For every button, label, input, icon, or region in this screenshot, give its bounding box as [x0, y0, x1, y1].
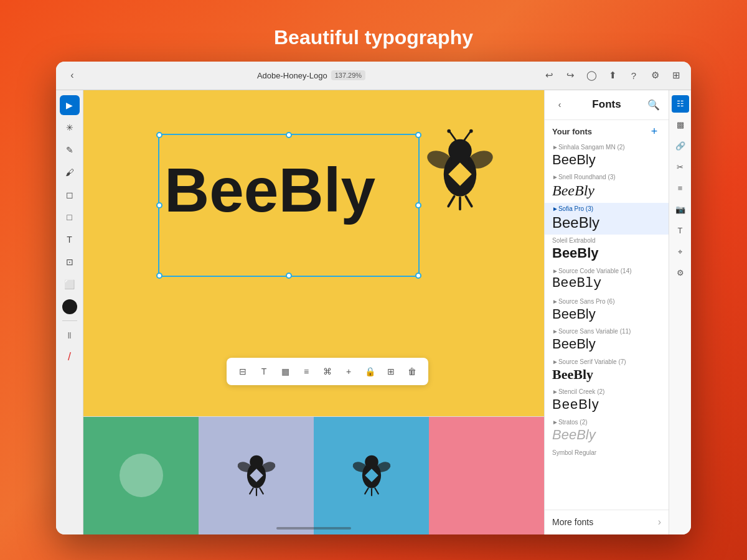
thumb-bee-2	[350, 447, 393, 503]
font-name-source-serif: ►Source Serif Variable (7)	[552, 358, 661, 365]
font-item-stratos[interactable]: ►Stratos (2) BeeBly	[545, 416, 669, 447]
grid-button[interactable]: ⊞	[669, 68, 684, 83]
main-content: ▶ ✳ ✎ 🖌 ◻ □ T ⊡ ⬜ || /	[56, 90, 691, 534]
font-item-stencil[interactable]: ►Stencil Creek (2) BeeBly	[545, 386, 669, 416]
svg-point-9	[447, 129, 451, 133]
title-bar: ‹ Adobe-Honey-Logo 137.29% ↩ ↪ ◯ ⬆ ? ⚙ ⊞	[56, 62, 691, 90]
image-tool[interactable]: ⬜	[60, 274, 80, 294]
brush-tool[interactable]: 🖌	[60, 162, 80, 182]
font-name-sinhala: ►Sinhala Sangam MN (2)	[552, 144, 661, 151]
redo-button[interactable]: ↪	[563, 68, 578, 83]
share-button[interactable]: ⬆	[605, 68, 620, 83]
context-btn-delete[interactable]: 🗑	[403, 363, 421, 380]
thumb-pink[interactable]	[429, 417, 544, 534]
puppet-button[interactable]: ⌖	[672, 243, 689, 261]
font-preview-stratos: BeeBly	[552, 426, 661, 444]
font-preview-source-sans-var: BeeBly	[552, 335, 661, 353]
thumb-purple[interactable]	[199, 417, 314, 534]
settings-micro-button[interactable]: ⚙	[672, 264, 689, 282]
stroke-tool[interactable]: ||	[60, 325, 80, 345]
context-btn-grid[interactable]: ▦	[276, 363, 294, 380]
font-item-sinhala[interactable]: ►Sinhala Sangam MN (2) BeeBly	[545, 141, 669, 172]
font-name-symbol: Symbol Regular	[552, 449, 661, 456]
canvas-area: BeeBly	[83, 90, 544, 534]
font-name-source-sans-var: ►Source Sans Variable (11)	[552, 328, 661, 335]
context-btn-align[interactable]: ⊟	[234, 363, 251, 380]
context-btn-list[interactable]: ≡	[298, 363, 315, 380]
undo-button[interactable]: ↩	[542, 68, 557, 83]
context-btn-lock[interactable]: 🔒	[361, 363, 378, 380]
user-icon[interactable]: ◯	[584, 68, 599, 83]
font-item-source-code[interactable]: ►Source Code Variable (14) BeeBly	[545, 265, 669, 296]
canvas-bottom	[83, 416, 544, 534]
thumb-green[interactable]	[83, 417, 199, 534]
shape-tool[interactable]: □	[60, 207, 80, 227]
handle-mr	[415, 202, 421, 208]
font-preview-soleil: BeeBly	[552, 245, 661, 263]
font-item-snell[interactable]: ►Snell Roundhand (3) BeeBly	[545, 171, 669, 203]
file-name: Adobe-Honey-Logo	[257, 71, 327, 80]
panel-section-header: Your fonts +	[545, 120, 669, 141]
settings-button[interactable]: ⚙	[647, 68, 662, 83]
pencil-tool[interactable]: ✎	[60, 140, 80, 160]
more-fonts-label: More fonts	[552, 517, 593, 527]
text-tool[interactable]: T	[60, 230, 80, 250]
canvas-main[interactable]: BeeBly	[83, 90, 544, 416]
thumb-blue[interactable]	[314, 417, 429, 534]
handle-tr	[415, 132, 421, 138]
text-style-button[interactable]: T	[672, 222, 689, 240]
help-button[interactable]: ?	[626, 68, 641, 83]
panel-search-button[interactable]: 🔍	[646, 97, 661, 112]
layers-button[interactable]: ☷	[672, 95, 689, 113]
font-preview-sofia: BeeBly	[552, 213, 661, 232]
page-title-heading: Beautiful typography	[274, 26, 473, 49]
link-button[interactable]: 🔗	[672, 138, 689, 155]
bars-button[interactable]: ≡	[672, 180, 689, 197]
puppet-warp-tool[interactable]: ✳	[60, 118, 80, 138]
font-item-soleil[interactable]: Soleil Extrabold BeeBly	[545, 235, 669, 265]
micro-toolbar: ☷ ▩ 🔗 ✂ ≡ 📷 T ⌖ ⚙	[669, 90, 691, 534]
transform-tool[interactable]: ⊡	[60, 252, 80, 272]
font-preview-sinhala: BeeBly	[552, 151, 661, 169]
image-adjust-button[interactable]: ▩	[672, 116, 689, 134]
eraser-tool[interactable]: ◻	[60, 185, 80, 205]
red-brush-tool[interactable]: /	[60, 347, 80, 367]
font-item-source-serif[interactable]: ►Source Serif Variable (7) BeeBly	[545, 356, 669, 386]
left-toolbar: ▶ ✳ ✎ 🖌 ◻ □ T ⊡ ⬜ || /	[56, 90, 83, 534]
svg-line-8	[450, 132, 456, 140]
font-name-stratos: ►Stratos (2)	[552, 419, 661, 426]
back-button[interactable]: ‹	[63, 67, 81, 84]
zoom-level[interactable]: 137.29%	[331, 70, 365, 80]
context-toolbar: ⊟ T ▦ ≡ ⌘ + 🔒 ⊞ 🗑	[227, 358, 428, 385]
font-item-source-sans-var[interactable]: ►Source Sans Variable (11) BeeBly	[545, 325, 669, 356]
camera-button[interactable]: 📷	[672, 201, 689, 218]
font-list: ►Sinhala Sangam MN (2) BeeBly ►Snell Rou…	[545, 141, 669, 510]
svg-line-25	[365, 488, 368, 493]
context-btn-add[interactable]: +	[340, 363, 357, 380]
app-window: ‹ Adobe-Honey-Logo 137.29% ↩ ↪ ◯ ⬆ ? ⚙ ⊞…	[56, 62, 691, 534]
context-btn-distribute[interactable]: ⌘	[319, 363, 336, 380]
title-bar-left: ‹	[63, 67, 81, 84]
select-tool[interactable]: ▶	[60, 95, 80, 115]
more-fonts-chevron-icon: ›	[658, 516, 661, 528]
svg-point-11	[469, 129, 473, 133]
font-name-stencil: ►Stencil Creek (2)	[552, 388, 661, 395]
context-btn-text[interactable]: T	[255, 363, 273, 380]
panel-back-button[interactable]: ‹	[552, 97, 567, 112]
svg-point-1	[448, 139, 472, 162]
font-preview-source-code: BeeBly	[552, 275, 661, 293]
font-item-sofia[interactable]: ►Sofia Pro (3) BeeBly	[545, 203, 669, 235]
context-btn-duplicate[interactable]: ⊞	[382, 363, 400, 380]
scissors-button[interactable]: ✂	[672, 159, 689, 176]
font-item-source-sans-pro[interactable]: ►Source Sans Pro (6) BeeBly	[545, 296, 669, 326]
font-item-symbol[interactable]: Symbol Regular	[545, 447, 669, 459]
title-bar-center: Adobe-Honey-Logo 137.29%	[257, 70, 365, 80]
svg-line-27	[375, 488, 378, 493]
handle-br	[415, 273, 421, 279]
font-preview-source-serif: BeeBly	[552, 366, 661, 384]
svg-line-7	[466, 196, 471, 206]
more-fonts-row[interactable]: More fonts ›	[545, 510, 669, 534]
color-picker[interactable]	[62, 299, 77, 314]
svg-line-5	[448, 196, 454, 206]
add-font-button[interactable]: +	[647, 125, 661, 139]
